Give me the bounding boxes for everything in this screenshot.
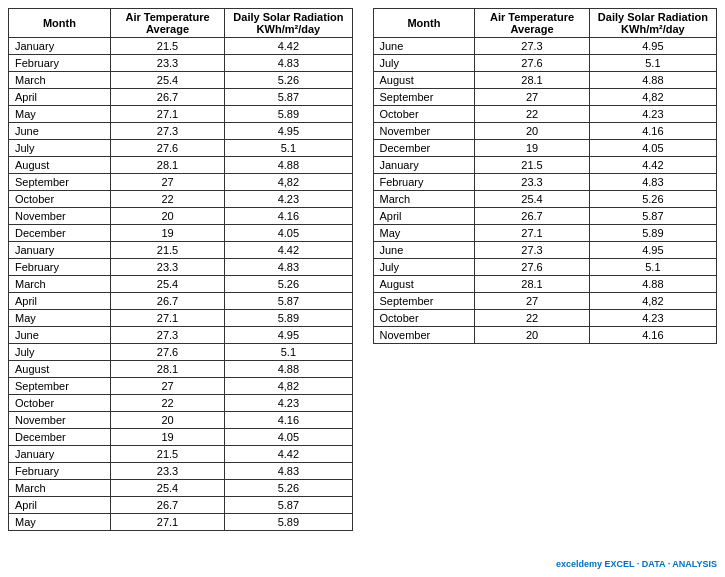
cell-temp: 26.7 [110, 89, 225, 106]
cell-temp: 28.1 [110, 157, 225, 174]
cell-solar: 4.42 [225, 38, 352, 55]
right-table: Month Air Temperature Average Daily Sola… [373, 8, 718, 344]
cell-solar: 4,82 [589, 89, 716, 106]
cell-temp: 27.1 [110, 106, 225, 123]
cell-solar: 4,82 [589, 293, 716, 310]
table-row: September 27 4,82 [373, 293, 717, 310]
cell-temp: 21.5 [110, 38, 225, 55]
cell-month: September [373, 89, 475, 106]
table-row: December 19 4.05 [373, 140, 717, 157]
cell-solar: 4.16 [589, 327, 716, 344]
cell-month: July [9, 140, 111, 157]
cell-solar: 4.88 [589, 276, 716, 293]
cell-month: November [9, 208, 111, 225]
cell-solar: 4,82 [225, 378, 352, 395]
table-row: October 22 4.23 [9, 395, 353, 412]
left-header-temp: Air Temperature Average [110, 9, 225, 38]
cell-solar: 5.89 [225, 310, 352, 327]
cell-temp: 19 [475, 140, 590, 157]
cell-month: August [9, 361, 111, 378]
cell-month: March [373, 191, 475, 208]
table-row: December 19 4.05 [9, 225, 353, 242]
cell-solar: 4.88 [225, 157, 352, 174]
cell-month: September [9, 174, 111, 191]
table-row: August 28.1 4.88 [373, 72, 717, 89]
cell-temp: 28.1 [475, 72, 590, 89]
table-row: February 23.3 4.83 [9, 259, 353, 276]
cell-temp: 20 [475, 123, 590, 140]
cell-month: April [9, 497, 111, 514]
table-row: September 27 4,82 [373, 89, 717, 106]
cell-solar: 4.16 [225, 208, 352, 225]
cell-temp: 21.5 [110, 446, 225, 463]
table-row: August 28.1 4.88 [9, 361, 353, 378]
cell-month: February [9, 55, 111, 72]
cell-month: October [373, 310, 475, 327]
table-row: June 27.3 4.95 [9, 327, 353, 344]
cell-solar: 4.23 [225, 191, 352, 208]
cell-solar: 5.26 [589, 191, 716, 208]
cell-solar: 4.88 [225, 361, 352, 378]
cell-temp: 25.4 [110, 72, 225, 89]
cell-temp: 23.3 [475, 174, 590, 191]
left-table: Month Air Temperature Average Daily Sola… [8, 8, 353, 531]
cell-temp: 27.3 [110, 123, 225, 140]
cell-month: August [373, 72, 475, 89]
cell-solar: 4.83 [225, 463, 352, 480]
cell-temp: 27.1 [475, 225, 590, 242]
cell-temp: 26.7 [110, 293, 225, 310]
cell-month: October [9, 191, 111, 208]
cell-solar: 4.83 [589, 174, 716, 191]
cell-month: January [373, 157, 475, 174]
table-row: July 27.6 5.1 [9, 344, 353, 361]
cell-month: October [373, 106, 475, 123]
cell-month: May [9, 310, 111, 327]
table-row: July 27.6 5.1 [373, 259, 717, 276]
cell-temp: 22 [110, 191, 225, 208]
right-header-solar: Daily Solar Radiation KWh/m²/day [589, 9, 716, 38]
cell-temp: 22 [475, 310, 590, 327]
cell-month: December [9, 225, 111, 242]
cell-month: May [9, 514, 111, 531]
cell-solar: 5.89 [589, 225, 716, 242]
cell-temp: 20 [110, 412, 225, 429]
cell-temp: 28.1 [110, 361, 225, 378]
cell-month: May [9, 106, 111, 123]
right-header-month: Month [373, 9, 475, 38]
right-header-temp: Air Temperature Average [475, 9, 590, 38]
cell-month: June [373, 38, 475, 55]
table-row: February 23.3 4.83 [9, 55, 353, 72]
table-row: January 21.5 4.42 [9, 38, 353, 55]
table-row: May 27.1 5.89 [373, 225, 717, 242]
table-row: March 25.4 5.26 [9, 72, 353, 89]
cell-month: June [9, 327, 111, 344]
right-table-container: Month Air Temperature Average Daily Sola… [373, 8, 718, 531]
cell-month: August [9, 157, 111, 174]
cell-solar: 4.05 [589, 140, 716, 157]
cell-temp: 27 [110, 174, 225, 191]
cell-temp: 27.6 [110, 140, 225, 157]
cell-temp: 19 [110, 429, 225, 446]
table-row: January 21.5 4.42 [373, 157, 717, 174]
table-row: June 27.3 4.95 [373, 38, 717, 55]
cell-month: July [373, 55, 475, 72]
cell-month: January [9, 242, 111, 259]
cell-temp: 27.6 [110, 344, 225, 361]
cell-month: October [9, 395, 111, 412]
cell-temp: 20 [475, 327, 590, 344]
cell-month: February [9, 463, 111, 480]
cell-month: July [9, 344, 111, 361]
cell-month: December [9, 429, 111, 446]
cell-solar: 5.87 [225, 497, 352, 514]
cell-month: April [9, 89, 111, 106]
cell-solar: 4.16 [225, 412, 352, 429]
cell-temp: 27.1 [110, 514, 225, 531]
cell-solar: 4.42 [225, 446, 352, 463]
cell-temp: 26.7 [110, 497, 225, 514]
cell-solar: 5.1 [589, 55, 716, 72]
cell-month: June [373, 242, 475, 259]
cell-month: July [373, 259, 475, 276]
cell-month: September [9, 378, 111, 395]
table-row: February 23.3 4.83 [9, 463, 353, 480]
cell-solar: 5.1 [225, 140, 352, 157]
